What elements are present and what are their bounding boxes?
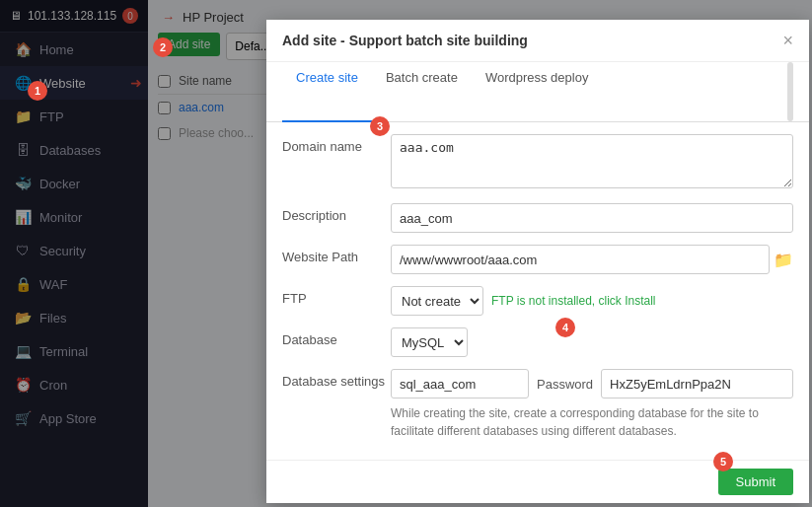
close-button[interactable]: × (782, 32, 793, 49)
path-row: Website Path 📁 (282, 245, 793, 274)
password-input[interactable] (601, 369, 793, 398)
ftp-control: Not create FTP is not installed, click I… (391, 286, 793, 316)
folder-icon[interactable]: 📁 (774, 251, 793, 269)
description-label: Description (282, 203, 391, 223)
annotation-4: 4 (555, 318, 575, 337)
database-control: MySQL (391, 327, 793, 357)
annotation-1: 1 (28, 81, 47, 101)
password-label: Password (537, 377, 593, 392)
annotation-2: 2 (153, 37, 173, 57)
path-input[interactable] (391, 245, 770, 274)
db-hint: While creating the site, create a corres… (391, 404, 793, 440)
db-name-input[interactable] (391, 369, 529, 398)
add-site-modal: Add site - Support batch site building ×… (266, 20, 809, 503)
ftp-row: FTP Not create FTP is not installed, cli… (282, 286, 793, 316)
domain-row: Domain name aaa.com (282, 134, 793, 191)
annotation-3: 3 (370, 116, 390, 136)
ftp-hint: FTP is not installed, click Install (491, 294, 656, 308)
description-control (391, 203, 793, 233)
submit-button[interactable]: Submit (718, 469, 793, 495)
db-settings-control: Password While creating the site, create… (391, 369, 793, 440)
ftp-select[interactable]: Not create (391, 286, 483, 316)
path-control: 📁 (391, 245, 793, 274)
tab-create-site[interactable]: Create site (282, 62, 372, 122)
tab-wordpress-deploy[interactable]: Wordpress deploy (472, 62, 603, 122)
db-settings-label: Database settings (282, 369, 391, 389)
database-row: Database MySQL (282, 327, 793, 357)
description-input[interactable] (391, 203, 793, 233)
ftp-label: FTP (282, 286, 391, 306)
description-row: Description (282, 203, 793, 233)
database-select[interactable]: MySQL (391, 327, 468, 357)
path-label: Website Path (282, 245, 391, 264)
annotation-5: 5 (713, 452, 733, 471)
domain-label: Domain name (282, 134, 391, 154)
domain-control: aaa.com (391, 134, 793, 191)
modal-header: Add site - Support batch site building × (266, 20, 809, 62)
tab-batch-create[interactable]: Batch create (372, 62, 472, 122)
modal-tabs: Create site Batch create Wordpress deplo… (266, 62, 809, 122)
tab-scrollbar[interactable] (787, 62, 793, 121)
modal-body: Domain name aaa.com Description Website … (266, 122, 809, 460)
database-label: Database (282, 327, 391, 347)
modal-title: Add site - Support batch site building (282, 33, 528, 48)
db-settings-row: Database settings Password While creatin… (282, 369, 793, 440)
domain-textarea[interactable]: aaa.com (391, 134, 793, 188)
